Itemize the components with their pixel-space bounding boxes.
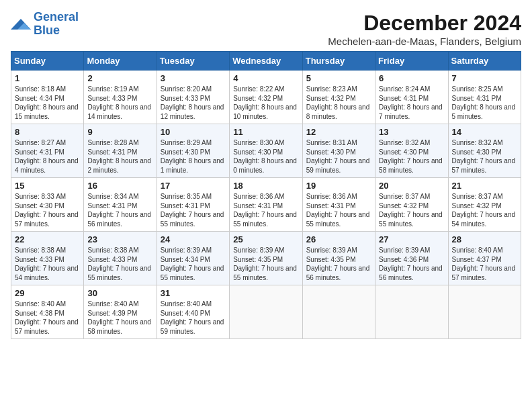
calendar-cell: 17 Sunrise: 8:35 AMSunset: 4:31 PMDaylig… — [157, 178, 229, 232]
month-title: December 2024 — [328, 11, 521, 36]
calendar-cell — [375, 285, 448, 339]
day-number: 31 — [161, 288, 226, 298]
day-info: Sunrise: 8:36 AMSunset: 4:31 PMDaylight:… — [306, 192, 371, 228]
calendar-cell — [302, 285, 375, 339]
calendar-cell: 3 Sunrise: 8:20 AMSunset: 4:33 PMDayligh… — [157, 71, 229, 124]
calendar-week-row: 22 Sunrise: 8:38 AMSunset: 4:33 PMDaylig… — [11, 232, 521, 285]
logo: General Blue — [11, 11, 79, 38]
calendar-cell: 30 Sunrise: 8:40 AMSunset: 4:39 PMDaylig… — [84, 285, 157, 339]
calendar-cell: 11 Sunrise: 8:30 AMSunset: 4:30 PMDaylig… — [230, 124, 302, 178]
day-info: Sunrise: 8:40 AMSunset: 4:38 PMDaylight:… — [15, 300, 80, 336]
calendar-cell: 1 Sunrise: 8:18 AMSunset: 4:34 PMDayligh… — [11, 71, 84, 124]
title-block: December 2024 Mechelen-aan-de-Maas, Flan… — [328, 11, 521, 47]
calendar-cell: 12 Sunrise: 8:31 AMSunset: 4:30 PMDaylig… — [302, 124, 375, 178]
day-number: 5 — [306, 73, 371, 83]
day-number: 21 — [452, 181, 517, 191]
day-info: Sunrise: 8:19 AMSunset: 4:33 PMDaylight:… — [87, 85, 152, 121]
day-info: Sunrise: 8:40 AMSunset: 4:40 PMDaylight:… — [161, 300, 226, 336]
calendar-cell: 24 Sunrise: 8:39 AMSunset: 4:34 PMDaylig… — [157, 232, 229, 285]
day-info: Sunrise: 8:40 AMSunset: 4:39 PMDaylight:… — [87, 300, 152, 336]
day-info: Sunrise: 8:18 AMSunset: 4:34 PMDaylight:… — [15, 85, 80, 121]
calendar-cell — [230, 285, 302, 339]
day-number: 26 — [306, 234, 371, 244]
calendar-table: SundayMondayTuesdayWednesdayThursdayFrid… — [11, 51, 521, 339]
day-info: Sunrise: 8:30 AMSunset: 4:30 PMDaylight:… — [233, 138, 298, 175]
logo-icon — [11, 16, 31, 32]
day-info: Sunrise: 8:28 AMSunset: 4:31 PMDaylight:… — [87, 138, 152, 175]
calendar-cell: 4 Sunrise: 8:22 AMSunset: 4:32 PMDayligh… — [230, 71, 302, 124]
day-info: Sunrise: 8:35 AMSunset: 4:31 PMDaylight:… — [161, 192, 226, 228]
calendar-cell: 9 Sunrise: 8:28 AMSunset: 4:31 PMDayligh… — [84, 124, 157, 178]
calendar-cell: 23 Sunrise: 8:38 AMSunset: 4:33 PMDaylig… — [84, 232, 157, 285]
calendar-week-row: 15 Sunrise: 8:33 AMSunset: 4:30 PMDaylig… — [11, 178, 521, 232]
day-info: Sunrise: 8:39 AMSunset: 4:36 PMDaylight:… — [379, 246, 444, 282]
calendar-cell: 8 Sunrise: 8:27 AMSunset: 4:31 PMDayligh… — [11, 124, 84, 178]
calendar-cell: 19 Sunrise: 8:36 AMSunset: 4:31 PMDaylig… — [302, 178, 375, 232]
weekday-header-tuesday: Tuesday — [157, 52, 229, 71]
day-number: 4 — [233, 73, 298, 83]
day-info: Sunrise: 8:36 AMSunset: 4:31 PMDaylight:… — [233, 192, 298, 228]
calendar-cell: 18 Sunrise: 8:36 AMSunset: 4:31 PMDaylig… — [230, 178, 302, 232]
day-info: Sunrise: 8:34 AMSunset: 4:31 PMDaylight:… — [87, 192, 152, 228]
day-info: Sunrise: 8:33 AMSunset: 4:30 PMDaylight:… — [15, 192, 80, 228]
day-number: 3 — [161, 73, 226, 83]
day-info: Sunrise: 8:39 AMSunset: 4:34 PMDaylight:… — [161, 246, 226, 282]
day-number: 22 — [15, 234, 80, 244]
day-number: 7 — [452, 73, 517, 83]
calendar-cell: 25 Sunrise: 8:39 AMSunset: 4:35 PMDaylig… — [230, 232, 302, 285]
weekday-header-sunday: Sunday — [11, 52, 84, 71]
calendar-header-row: SundayMondayTuesdayWednesdayThursdayFrid… — [11, 52, 521, 71]
day-number: 11 — [233, 127, 298, 137]
day-number: 27 — [379, 234, 444, 244]
day-number: 23 — [87, 234, 152, 244]
page-header: General Blue December 2024 Mechelen-aan-… — [11, 11, 521, 47]
calendar-cell — [448, 285, 521, 339]
day-info: Sunrise: 8:39 AMSunset: 4:35 PMDaylight:… — [306, 246, 371, 282]
logo-text-blue: Blue — [34, 24, 60, 37]
day-number: 25 — [233, 234, 298, 244]
calendar-cell: 27 Sunrise: 8:39 AMSunset: 4:36 PMDaylig… — [375, 232, 448, 285]
day-number: 24 — [161, 234, 226, 244]
calendar-cell: 5 Sunrise: 8:23 AMSunset: 4:32 PMDayligh… — [302, 71, 375, 124]
calendar-cell: 31 Sunrise: 8:40 AMSunset: 4:40 PMDaylig… — [157, 285, 229, 339]
calendar-week-row: 8 Sunrise: 8:27 AMSunset: 4:31 PMDayligh… — [11, 124, 521, 178]
calendar-cell: 13 Sunrise: 8:32 AMSunset: 4:30 PMDaylig… — [375, 124, 448, 178]
logo-text-general: General — [34, 10, 79, 24]
day-info: Sunrise: 8:25 AMSunset: 4:31 PMDaylight:… — [452, 85, 517, 121]
day-info: Sunrise: 8:37 AMSunset: 4:32 PMDaylight:… — [379, 192, 444, 228]
day-info: Sunrise: 8:39 AMSunset: 4:35 PMDaylight:… — [233, 246, 298, 282]
calendar-week-row: 1 Sunrise: 8:18 AMSunset: 4:34 PMDayligh… — [11, 71, 521, 124]
day-info: Sunrise: 8:31 AMSunset: 4:30 PMDaylight:… — [306, 138, 371, 175]
day-info: Sunrise: 8:40 AMSunset: 4:37 PMDaylight:… — [452, 246, 517, 282]
day-number: 14 — [452, 127, 517, 137]
day-info: Sunrise: 8:29 AMSunset: 4:30 PMDaylight:… — [161, 138, 226, 175]
calendar-week-row: 29 Sunrise: 8:40 AMSunset: 4:38 PMDaylig… — [11, 285, 521, 339]
day-number: 6 — [379, 73, 444, 83]
day-info: Sunrise: 8:24 AMSunset: 4:31 PMDaylight:… — [379, 85, 444, 121]
day-number: 16 — [87, 181, 152, 191]
day-info: Sunrise: 8:38 AMSunset: 4:33 PMDaylight:… — [87, 246, 152, 282]
weekday-header-wednesday: Wednesday — [230, 52, 302, 71]
day-number: 9 — [87, 127, 152, 137]
calendar-cell: 20 Sunrise: 8:37 AMSunset: 4:32 PMDaylig… — [375, 178, 448, 232]
day-number: 2 — [87, 73, 152, 83]
calendar-cell: 21 Sunrise: 8:37 AMSunset: 4:32 PMDaylig… — [448, 178, 521, 232]
day-number: 15 — [15, 181, 80, 191]
day-info: Sunrise: 8:37 AMSunset: 4:32 PMDaylight:… — [452, 192, 517, 228]
day-number: 17 — [161, 181, 226, 191]
calendar-cell: 10 Sunrise: 8:29 AMSunset: 4:30 PMDaylig… — [157, 124, 229, 178]
calendar-cell: 26 Sunrise: 8:39 AMSunset: 4:35 PMDaylig… — [302, 232, 375, 285]
location: Mechelen-aan-de-Maas, Flanders, Belgium — [328, 36, 521, 47]
calendar-cell: 14 Sunrise: 8:32 AMSunset: 4:30 PMDaylig… — [448, 124, 521, 178]
weekday-header-thursday: Thursday — [302, 52, 375, 71]
calendar-cell: 7 Sunrise: 8:25 AMSunset: 4:31 PMDayligh… — [448, 71, 521, 124]
day-info: Sunrise: 8:27 AMSunset: 4:31 PMDaylight:… — [15, 138, 80, 175]
calendar-cell: 6 Sunrise: 8:24 AMSunset: 4:31 PMDayligh… — [375, 71, 448, 124]
weekday-header-monday: Monday — [84, 52, 157, 71]
day-number: 29 — [15, 288, 80, 298]
day-info: Sunrise: 8:32 AMSunset: 4:30 PMDaylight:… — [379, 138, 444, 175]
day-number: 10 — [161, 127, 226, 137]
calendar-cell: 29 Sunrise: 8:40 AMSunset: 4:38 PMDaylig… — [11, 285, 84, 339]
calendar-cell: 22 Sunrise: 8:38 AMSunset: 4:33 PMDaylig… — [11, 232, 84, 285]
calendar-body: 1 Sunrise: 8:18 AMSunset: 4:34 PMDayligh… — [11, 71, 521, 339]
